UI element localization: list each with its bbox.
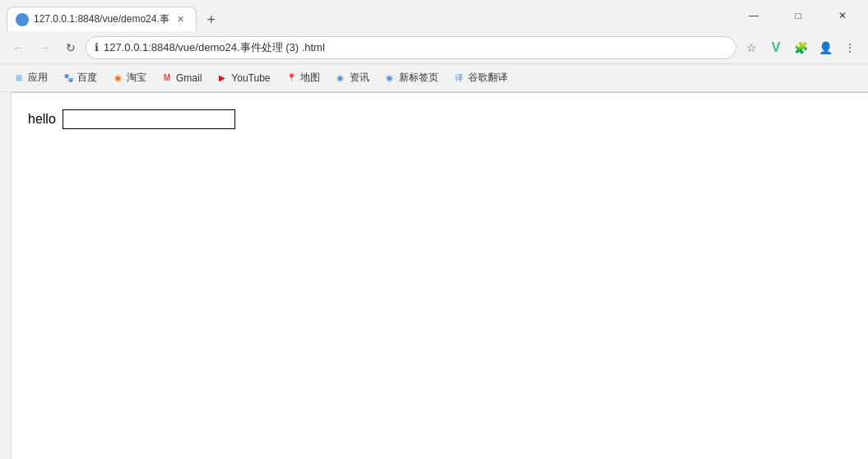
toolbar-icons: ☆ V 🧩 👤 ⋮ (740, 36, 861, 59)
tab-title: 127.0.0.1:8848/vue/demo24.事 (34, 12, 169, 26)
apps-label: 应用 (28, 71, 48, 85)
menu-icon: ⋮ (844, 41, 856, 54)
extensions-button[interactable]: 🧩 (789, 36, 812, 59)
bookmark-newtab[interactable]: ◉ 新标签页 (378, 67, 445, 88)
active-tab[interactable]: 127.0.0.1:8848/vue/demo24.事 ✕ (7, 7, 197, 31)
minimize-button[interactable]: — (735, 0, 773, 31)
taobao-label: 淘宝 (127, 71, 146, 85)
svg-point-0 (17, 15, 27, 25)
refresh-button[interactable]: ↻ (59, 36, 82, 59)
new-tab-button[interactable]: + (200, 8, 223, 31)
vue-button[interactable]: V (764, 36, 787, 59)
bookmark-translate[interactable]: 译 谷歌翻译 (447, 67, 514, 88)
bookmark-apps[interactable]: ⊞ 应用 (7, 67, 54, 88)
profile-icon: 👤 (819, 41, 833, 54)
bookmark-baidu[interactable]: 🐾 百度 (56, 67, 104, 88)
bookmark-taobao[interactable]: ◉ 淘宝 (105, 67, 153, 88)
back-button[interactable]: ← (7, 36, 30, 59)
translate-icon: 译 (453, 72, 465, 84)
address-text: 127.0.0.1:8848/vue/demo24.事件处理 (3) .html (104, 40, 727, 55)
baidu-icon: 🐾 (63, 72, 74, 84)
hello-input[interactable] (63, 109, 235, 129)
bookmark-gmail[interactable]: M Gmail (155, 69, 208, 87)
bookmark-youtube[interactable]: ▶ YouTube (210, 69, 276, 87)
secure-icon: ℹ (95, 41, 99, 53)
apps-icon: ⊞ (13, 72, 25, 84)
window-controls: — □ ✕ (735, 0, 861, 31)
bookmark-maps[interactable]: 📍 地图 (279, 67, 327, 88)
forward-icon: → (39, 41, 50, 54)
close-button[interactable]: ✕ (824, 0, 861, 31)
news-icon: ◉ (335, 72, 346, 84)
back-icon: ← (12, 41, 24, 54)
gmail-icon: M (161, 72, 173, 84)
bookmark-star-icon: ☆ (746, 41, 757, 54)
youtube-icon: ▶ (216, 72, 228, 84)
gmail-label: Gmail (176, 72, 202, 84)
tab-close-button[interactable]: ✕ (174, 13, 188, 26)
refresh-icon: ↻ (66, 41, 76, 54)
tab-area: 127.0.0.1:8848/vue/demo24.事 ✕ + (7, 0, 728, 31)
baidu-label: 百度 (77, 71, 97, 85)
menu-button[interactable]: ⋮ (838, 36, 861, 59)
vue-icon: V (772, 40, 781, 55)
bookmark-news[interactable]: ◉ 资讯 (328, 67, 376, 88)
maximize-button[interactable]: □ (779, 0, 817, 31)
forward-button[interactable]: → (33, 36, 56, 59)
hello-label: hello (28, 112, 56, 127)
taobao-icon: ◉ (112, 72, 123, 84)
address-bar-area: ← → ↻ ℹ 127.0.0.1:8848/vue/demo24.事件处理 (… (0, 31, 868, 64)
address-bar[interactable]: ℹ 127.0.0.1:8848/vue/demo24.事件处理 (3) .ht… (86, 36, 736, 59)
bookmarks-bar: ⊞ 应用 🐾 百度 ◉ 淘宝 M Gmail ▶ YouTube 📍 地图 ◉ … (0, 64, 868, 92)
news-label: 资讯 (350, 71, 369, 85)
youtube-label: YouTube (231, 72, 270, 84)
tab-favicon (16, 13, 29, 26)
maps-icon: 📍 (285, 72, 297, 84)
extensions-icon: 🧩 (794, 41, 808, 54)
profile-button[interactable]: 👤 (814, 36, 837, 59)
translate-label: 谷歌翻译 (468, 71, 508, 85)
left-scrollbar (0, 92, 12, 459)
newtab-label: 新标签页 (399, 71, 439, 85)
maps-label: 地图 (300, 71, 320, 85)
newtab-icon: ◉ (384, 72, 396, 84)
title-bar: 127.0.0.1:8848/vue/demo24.事 ✕ + — □ ✕ (0, 0, 868, 31)
bookmark-star-button[interactable]: ☆ (740, 36, 763, 59)
page-content: hello (12, 93, 868, 146)
